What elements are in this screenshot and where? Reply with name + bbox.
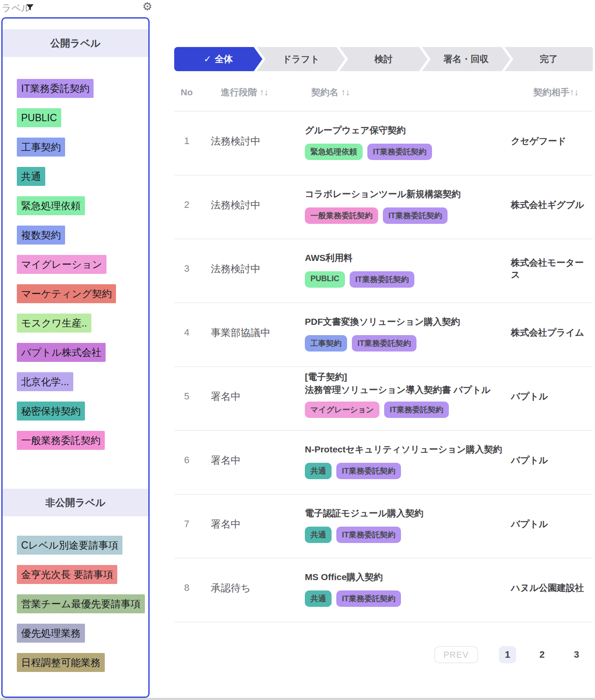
label-chip[interactable]: PUBLIC bbox=[17, 108, 61, 127]
contract-tag[interactable]: IT業務委託契約 bbox=[350, 271, 414, 288]
contract-tag-list: マイグレーションIT業務委託契約 bbox=[305, 402, 504, 418]
partner-name: バプトル bbox=[504, 495, 593, 558]
contract-tag[interactable]: IT業務委託契約 bbox=[336, 463, 401, 479]
col-header-name-sort[interactable]: 契約名 ↑↓ bbox=[298, 86, 504, 98]
private-labels-list: Cレベル別途要請事項 金亨光次長 要請事項 営業チーム最優先要請事項 優先処理業… bbox=[17, 536, 144, 682]
table-row[interactable]: 6 署名中 N-Protectセキュリティソリューション購入契約 共通IT業務委… bbox=[174, 430, 593, 494]
label-chip[interactable]: 秘密保持契約 bbox=[17, 402, 85, 421]
contract-tag-list: 共通IT業務委託契約 bbox=[305, 527, 504, 543]
table-row[interactable]: 8 承認待ち MS Office購入契約 共通IT業務委託契約 ハヌル公園建設社 bbox=[174, 558, 593, 622]
contract-tag[interactable]: IT業務委託契約 bbox=[384, 402, 449, 418]
contract-name-line: [電子契約] bbox=[305, 370, 504, 383]
private-labels-header: 非公開ラベル bbox=[3, 489, 148, 516]
page-number-button[interactable]: 1 bbox=[499, 646, 516, 663]
contract-tag[interactable]: 共通 bbox=[305, 527, 332, 543]
contract-name-line: MS Office購入契約 bbox=[305, 571, 504, 584]
row-number: 8 bbox=[174, 559, 199, 622]
label-list-item: モスクワ生産.. bbox=[17, 314, 144, 333]
contract-name: コラボレーションツール新規構築契約 bbox=[305, 188, 504, 201]
row-number: 4 bbox=[174, 303, 199, 366]
label-list-item: 緊急処理依頼 bbox=[17, 196, 144, 215]
table-row[interactable]: 3 法務検討中 AWS利用料 PUBLICIT業務委託契約 株式会社モータース bbox=[174, 239, 593, 302]
label-chip[interactable]: 優先処理業務 bbox=[17, 624, 85, 643]
table-row[interactable]: 4 事業部協議中 PDF文書変換ソリューション購入契約 工事契約IT業務委託契約… bbox=[174, 302, 593, 366]
label-list-item: 共通 bbox=[17, 167, 144, 186]
partner-name: 株式会社モータース bbox=[504, 239, 593, 302]
col-header-stage-sort[interactable]: 進行段階 ↑↓ bbox=[199, 86, 298, 98]
contract-tag-list: 工事契約IT業務委託契約 bbox=[305, 335, 504, 352]
row-contract: PDF文書変換ソリューション購入契約 工事契約IT業務委託契約 bbox=[298, 303, 504, 366]
contract-name: 電子認証モジュール購入契約 bbox=[305, 507, 504, 520]
labels-sidebar: 公開ラベル IT業務委託契約 PUBLIC 工事契約 共通 緊急処理依頼 複数契… bbox=[1, 17, 150, 698]
contract-tag[interactable]: IT業務委託契約 bbox=[336, 527, 401, 543]
label-list-item: 金亨光次長 要請事項 bbox=[17, 565, 144, 584]
label-chip[interactable]: 金亨光次長 要請事項 bbox=[17, 565, 117, 584]
settings-gear-icon[interactable]: ⚙ bbox=[142, 0, 152, 13]
prev-page-button[interactable]: PREV bbox=[434, 646, 478, 663]
table-row[interactable]: 2 法務検討中 コラボレーションツール新規構築契約 一般業務委託契約IT業務委託… bbox=[174, 175, 593, 239]
label-chip[interactable]: IT業務委託契約 bbox=[17, 79, 94, 98]
label-chip[interactable]: マーケティング契約 bbox=[17, 284, 116, 303]
stepper-tab[interactable]: ドラフト bbox=[257, 47, 345, 71]
page-number-button[interactable]: 3 bbox=[568, 646, 585, 663]
label-chip[interactable]: モスクワ生産.. bbox=[17, 314, 91, 333]
label-chip[interactable]: Cレベル別途要請事項 bbox=[17, 536, 122, 555]
contract-tag[interactable]: 緊急処理依頼 bbox=[305, 144, 363, 160]
contract-tag[interactable]: 工事契約 bbox=[305, 335, 347, 352]
label-chip[interactable]: 緊急処理依頼 bbox=[17, 196, 85, 215]
contract-tag[interactable]: 共通 bbox=[305, 463, 332, 479]
partner-name: バプトル bbox=[504, 431, 593, 494]
row-stage: 事業部協議中 bbox=[199, 303, 298, 366]
page-number-button[interactable]: 2 bbox=[533, 646, 551, 663]
table-row[interactable]: 7 署名中 電子認証モジュール購入契約 共通IT業務委託契約 バプトル bbox=[174, 494, 593, 558]
contract-tag[interactable]: IT業務委託契約 bbox=[367, 144, 432, 160]
stepper-tab-label: 検討 bbox=[374, 53, 392, 65]
contract-tag[interactable]: IT業務委託契約 bbox=[336, 590, 401, 607]
label-chip[interactable]: 北京化学... bbox=[17, 372, 73, 391]
bottom-edge-strip bbox=[0, 698, 595, 700]
row-stage: 署名中 bbox=[199, 367, 298, 430]
contract-tag[interactable]: 共通 bbox=[305, 590, 332, 607]
label-chip[interactable]: 日程調整可能業務 bbox=[17, 653, 105, 672]
row-contract: AWS利用料 PUBLICIT業務委託契約 bbox=[298, 239, 504, 302]
contract-name: AWS利用料 bbox=[305, 251, 504, 264]
contract-tag[interactable]: マイグレーション bbox=[305, 402, 379, 418]
label-chip[interactable]: バプトル株式会社 bbox=[17, 343, 106, 362]
contract-tag[interactable]: 一般業務委託契約 bbox=[305, 207, 378, 224]
contract-name-line: 電子認証モジュール購入契約 bbox=[305, 507, 504, 520]
contract-tag[interactable]: PUBLIC bbox=[305, 271, 345, 288]
partner-name: バプトル bbox=[504, 367, 593, 430]
table-row[interactable]: 5 署名中 [電子契約]法務管理ソリューション導入契約書 バプトル マイグレーシ… bbox=[174, 366, 593, 430]
contract-tag-list: PUBLICIT業務委託契約 bbox=[305, 271, 504, 288]
col-header-partner-sort[interactable]: 契約相手↑↓ bbox=[504, 86, 593, 98]
label-chip[interactable]: 営業チーム最優先要請事項 bbox=[17, 594, 145, 613]
contract-name-line: グループウェア保守契約 bbox=[305, 124, 504, 137]
public-labels-list: IT業務委託契約 PUBLIC 工事契約 共通 緊急処理依頼 複数契約 マイグレ… bbox=[17, 79, 144, 460]
row-stage: 承認待ち bbox=[199, 559, 298, 622]
stepper-tab[interactable]: 完了 bbox=[504, 47, 593, 71]
contract-tag[interactable]: IT業務委託契約 bbox=[383, 207, 448, 224]
contract-tag[interactable]: IT業務委託契約 bbox=[352, 335, 416, 352]
row-number: 2 bbox=[174, 176, 199, 239]
contract-name: MS Office購入契約 bbox=[305, 571, 504, 584]
row-stage: 法務検討中 bbox=[199, 239, 298, 302]
check-icon: ✓ bbox=[204, 54, 211, 64]
row-contract: 電子認証モジュール購入契約 共通IT業務委託契約 bbox=[298, 495, 504, 558]
label-list-item: マイグレーション bbox=[17, 255, 144, 274]
label-chip[interactable]: マイグレーション bbox=[17, 255, 106, 274]
label-chip[interactable]: 一般業務委託契約 bbox=[17, 431, 105, 450]
stepper-tab[interactable]: ✓ 全体 bbox=[174, 47, 263, 71]
label-chip[interactable]: 工事契約 bbox=[17, 138, 65, 157]
label-chip[interactable]: 共通 bbox=[17, 167, 45, 186]
row-contract: N-Protectセキュリティソリューション購入契約 共通IT業務委託契約 bbox=[298, 431, 504, 494]
label-chip[interactable]: 複数契約 bbox=[17, 226, 65, 245]
table-row[interactable]: 1 法務検討中 グループウェア保守契約 緊急処理依頼IT業務委託契約 クセゲフー… bbox=[174, 111, 593, 175]
filter-funnel-icon[interactable] bbox=[26, 4, 34, 12]
stepper-tab[interactable]: 検討 bbox=[339, 47, 428, 71]
pagination: PREV 123 bbox=[174, 646, 593, 664]
stepper-tab[interactable]: 署名・回収 bbox=[422, 47, 510, 71]
stepper-tab-label: 署名・回収 bbox=[444, 53, 489, 65]
stepper-tab-label: ドラフト bbox=[282, 53, 319, 65]
label-list-item: PUBLIC bbox=[17, 108, 144, 127]
row-number: 5 bbox=[174, 367, 199, 430]
